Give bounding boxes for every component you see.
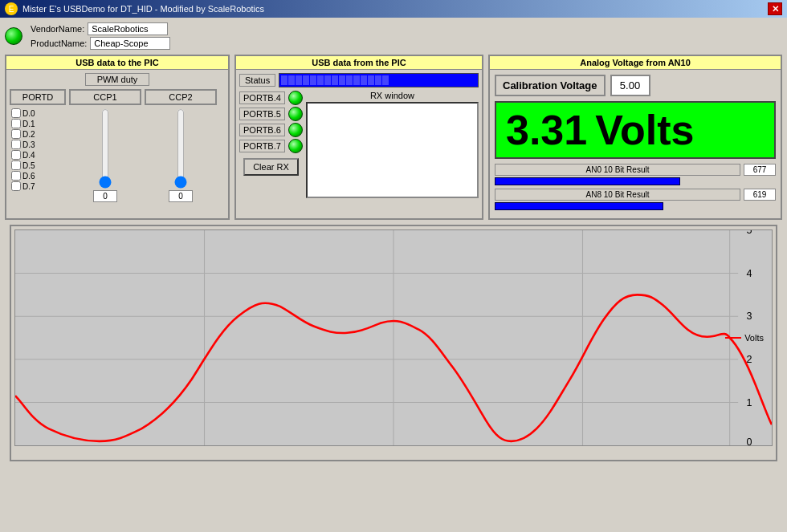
status-seg-10 [346,75,353,85]
portd-checkbox-d2[interactable] [11,129,21,139]
clear-rx-button[interactable]: Clear RX [243,158,299,176]
portd-checkbox-row: D.3 [11,140,64,149]
vendor-name-value: ScaleRobotics [88,22,168,35]
usb-to-pic-panel: USB data to the PIC PWM duty PORTD D.0D.… [5,55,230,220]
close-button[interactable]: ✕ [768,2,782,15]
ccp1-slider[interactable] [97,108,113,189]
analog-voltage-header: Analog Voltage from AN10 [490,56,781,70]
portd-checkbox-d1[interactable] [11,119,21,128]
portd-bit-label-d1: D.1 [22,120,35,128]
status-seg-3 [296,75,302,85]
status-seg-6 [317,75,324,85]
status-seg-5 [310,75,316,85]
portd-ccp-row: PORTD D.0D.1D.2D.3D.4D.5D.6D.7 CCP1 0 [10,89,225,204]
ccp2-value: 0 [169,190,193,202]
portd-checkbox-row: D.2 [11,129,64,139]
vendor-name-row: VendorName: ScaleRobotics [31,22,170,35]
ccp2-header: CCP2 [145,89,217,105]
voltage-display: 3.31 Volts [495,101,776,159]
status-seg-15 [382,75,389,85]
voltage-number: 3.31 [506,109,587,151]
an0-value: 677 [744,164,776,176]
portd-bit-label-d5: D.5 [22,161,35,170]
vendor-info: VendorName: ScaleRobotics ProductName: C… [31,22,170,50]
rx-window-section: RX window [306,91,479,200]
portb6-led [288,123,303,137]
ccp1-section: CCP1 0 [69,89,141,204]
status-bar-segments [279,74,478,87]
svg-text:3: 3 [747,311,752,322]
an0-result-row: AN0 10 Bit Result 677 [495,164,776,176]
an8-value: 619 [744,189,776,201]
portd-checkbox-d4[interactable] [11,150,21,160]
ccp2-slider[interactable] [173,108,189,189]
chart-legend: Volts [725,333,764,343]
status-seg-9 [339,75,345,85]
status-seg-11 [353,75,360,85]
status-seg-7 [324,75,331,85]
an8-label: AN8 10 Bit Result [495,189,740,201]
status-seg-13 [368,75,374,85]
portd-bit-label-d7: D.7 [22,182,35,191]
an0-label: AN0 10 Bit Result [495,164,740,176]
calib-value: 5.00 [610,75,650,96]
rx-window-label: RX window [306,91,479,100]
portb4-led [288,91,303,105]
portd-checkbox-d6[interactable] [11,171,21,181]
portd-section: PORTD D.0D.1D.2D.3D.4D.5D.6D.7 [10,89,66,204]
status-bar [279,73,479,87]
ccp1-header: CCP1 [69,89,141,105]
portd-checkboxes: D.0D.1D.2D.3D.4D.5D.6D.7 [10,107,66,193]
portd-checkbox-row: D.0 [11,108,64,118]
portd-bit-label-d2: D.2 [22,130,35,139]
chart-svg: 5 4 3 2 1 0 [15,230,772,445]
portb5-row: PORTB.5 [239,107,303,121]
legend-line [725,337,741,339]
ccp2-section: CCP2 0 [145,89,217,204]
portd-checkbox-row: D.5 [11,160,64,170]
ccp1-slider-container: 0 [69,107,141,204]
portd-header: PORTD [10,89,66,105]
status-seg-12 [361,75,367,85]
app-icon: E [5,2,18,15]
main-content: VendorName: ScaleRobotics ProductName: C… [0,18,787,471]
status-seg-1 [281,75,287,85]
portd-checkbox-row: D.1 [11,119,64,128]
ccp2-slider-container: 0 [145,107,217,204]
top-info-row: VendorName: ScaleRobotics ProductName: C… [5,22,782,50]
portb4-row: PORTB.4 [239,91,303,105]
title-bar: E Mister E's USBDemo for DT_HID - Modifi… [0,0,787,18]
rx-textarea[interactable] [306,102,479,198]
svg-text:0: 0 [747,437,752,445]
voltage-unit: Volts [595,109,694,151]
portd-bit-label-d4: D.4 [22,151,35,160]
connection-led [5,27,22,45]
calib-row: Calibration Voltage 5.00 [495,75,776,96]
an8-bar [495,202,663,210]
portd-checkbox-d7[interactable] [11,181,21,191]
portd-checkbox-row: D.4 [11,150,64,160]
chart-inner: 5 4 3 2 1 0 Volts [14,229,773,446]
portd-checkbox-d0[interactable] [11,108,21,118]
portd-checkbox-row: D.6 [11,171,64,181]
an8-result-row: AN8 10 Bit Result 619 [495,189,776,201]
svg-text:5: 5 [747,230,752,236]
portb-rx-row: PORTB.4 PORTB.5 PORTB.6 PORTB.7 [239,91,479,200]
portb7-row: PORTB.7 [239,139,303,153]
pwm-section: PWM duty PORTD D.0D.1D.2D.3D.4D.5D.6D.7 … [6,70,228,207]
usb-to-pic-header: USB data to the PIC [6,56,228,70]
portd-checkbox-d5[interactable] [11,160,21,170]
product-name-row: ProductName: Cheap-Scope [31,37,170,50]
status-seg-14 [375,75,381,85]
portd-checkbox-d3[interactable] [11,140,21,149]
title-text: Mister E's USBDemo for DT_HID - Modified… [22,4,264,14]
portb6-row: PORTB.6 [239,123,303,137]
from-pic-content: Status [236,70,482,203]
portd-checkbox-row: D.7 [11,181,64,191]
svg-text:4: 4 [747,268,752,279]
status-seg-2 [288,75,295,85]
usb-from-pic-header: USB data from the PIC [236,56,482,70]
status-seg-4 [303,75,309,85]
an8-bar-row [495,202,776,210]
portb6-label: PORTB.6 [239,124,285,136]
